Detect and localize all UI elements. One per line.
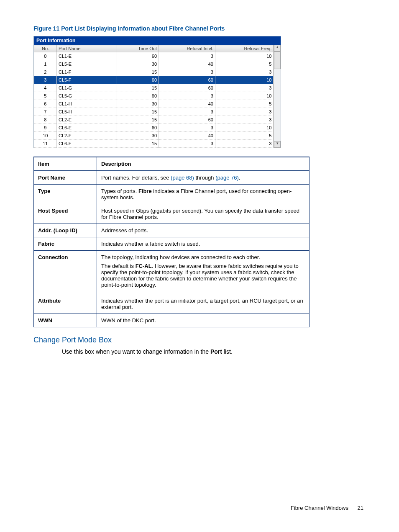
scroll-track[interactable] [274,69,281,141]
scrollbar[interactable]: ▲ ▼ [274,45,281,148]
desc-port-name: Port names. For details, see (page 68) t… [97,171,309,185]
cell: 3 [215,84,273,92]
item-host-speed: Host Speed [34,204,97,224]
table-row[interactable]: 7CL5-H1533 [34,108,274,116]
cell: 1 [34,60,57,68]
cell: 3 [215,140,273,148]
cell: CL2-F [57,132,117,140]
cell: 3 [159,92,215,100]
item-wwn: WWN [34,314,97,327]
cell: 15 [117,108,159,116]
cell: 3 [215,68,273,76]
cell: 15 [117,140,159,148]
section-heading: Change Port Mode Box [33,336,366,344]
text: The default is FC-AL. However, be aware … [101,263,305,288]
bold-fibre: Fibre [138,188,152,194]
cell: 8 [34,116,57,124]
scroll-down-icon[interactable]: ▼ [274,141,281,148]
table-row[interactable]: 1CL5-E30405 [34,60,274,68]
link-page-76[interactable]: (page 76) [215,175,239,181]
cell: 30 [117,100,159,108]
window-title: Port Information [34,36,281,45]
text: The default is [101,263,136,269]
cell: 60 [159,84,215,92]
cell: 30 [117,132,159,140]
cell: 40 [159,132,215,140]
table-row[interactable]: 0CL1-E60310 [34,52,274,60]
cell: 10 [215,52,273,60]
desc-host-speed: Host speed in Gbps (gigabits per second)… [97,204,309,224]
cell: 7 [34,108,57,116]
scroll-thumb[interactable] [274,51,281,69]
cell: 3 [159,124,215,132]
text: through [194,175,215,181]
footer-section: Fibre Channel Windows [291,505,348,511]
col-header-no[interactable]: No. [34,45,57,52]
cell: 11 [34,140,57,148]
item-attribute: Attribute [34,294,97,314]
cell: 2 [34,68,57,76]
cell: 6 [34,100,57,108]
cell: 3 [159,108,215,116]
cell: 60 [159,76,215,84]
cell: CL5-F [57,76,117,84]
cell: 10 [215,92,273,100]
cell: 5 [34,92,57,100]
text: Port names. For details, see [101,175,171,181]
table-row[interactable]: 5CL5-G60310 [34,92,274,100]
cell: 60 [117,52,159,60]
table-row[interactable]: 11CL6-F1533 [34,140,274,148]
cell: 60 [117,76,159,84]
table-row[interactable]: 3CL5-F606010 [34,76,274,84]
item-addr: Addr. (Loop ID) [34,224,97,237]
cell: 5 [215,60,273,68]
cell: 3 [34,76,57,84]
scroll-up-icon[interactable]: ▲ [274,45,281,51]
desc-type: Types of ports. Fibre indicates a Fibre … [97,185,309,204]
cell: 15 [117,68,159,76]
cell: 30 [117,60,159,68]
col-header-intvl[interactable]: Refusal Intvl. [159,45,215,52]
desc-addr: Addresses of ports. [97,224,309,237]
table-row[interactable]: 6CL1-H30405 [34,100,274,108]
col-header-freq[interactable]: Refusal Freq. [215,45,273,52]
desc-attribute: Indicates whether the port is an initiat… [97,294,309,314]
table-row[interactable]: 2CL1-F1533 [34,68,274,76]
page-number: 21 [358,505,363,511]
col-header-timeout[interactable]: Time Out [117,45,159,52]
cell: 15 [117,116,159,124]
text: Types of ports. [101,188,138,194]
desc-wwn: WWN of the DKC port. [97,314,309,327]
text: . [239,175,240,181]
table-row[interactable]: 4CL1-G15603 [34,84,274,92]
desc-connection: The topology, indicating how devices are… [97,251,309,294]
cell: 3 [159,140,215,148]
table-row[interactable]: 8CL2-E15603 [34,116,274,124]
text: Use this box when you want to change inf… [62,348,210,355]
cell: CL5-G [57,92,117,100]
cell: 9 [34,124,57,132]
cell: CL1-E [57,52,117,60]
cell: 60 [159,116,215,124]
cell: 3 [159,68,215,76]
bold-port: Port [210,348,222,355]
table-row[interactable]: 10CL2-F30405 [34,132,274,140]
text: The topology, indicating how devices are… [101,254,305,260]
footer: Fibre Channel Windows 21 [291,505,363,511]
link-page-68[interactable]: (page 68) [171,175,194,181]
item-port-name: Port Name [34,171,97,185]
item-connection: Connection [34,251,97,294]
bold-fcal: FC-AL [136,263,152,269]
cell: 3 [159,52,215,60]
cell: CL5-H [57,108,117,116]
port-information-window: Port Information No. Port Name Time Out … [33,36,281,148]
col-header-portname[interactable]: Port Name [57,45,117,52]
body-text: Use this box when you want to change inf… [62,348,366,356]
cell: 3 [215,108,273,116]
description-table: Item Description Port Name Port names. F… [33,157,309,327]
table-row[interactable]: 9CL6-E60310 [34,124,274,132]
cell: CL1-H [57,100,117,108]
cell: 5 [215,132,273,140]
cell: 40 [159,60,215,68]
cell: CL2-E [57,116,117,124]
